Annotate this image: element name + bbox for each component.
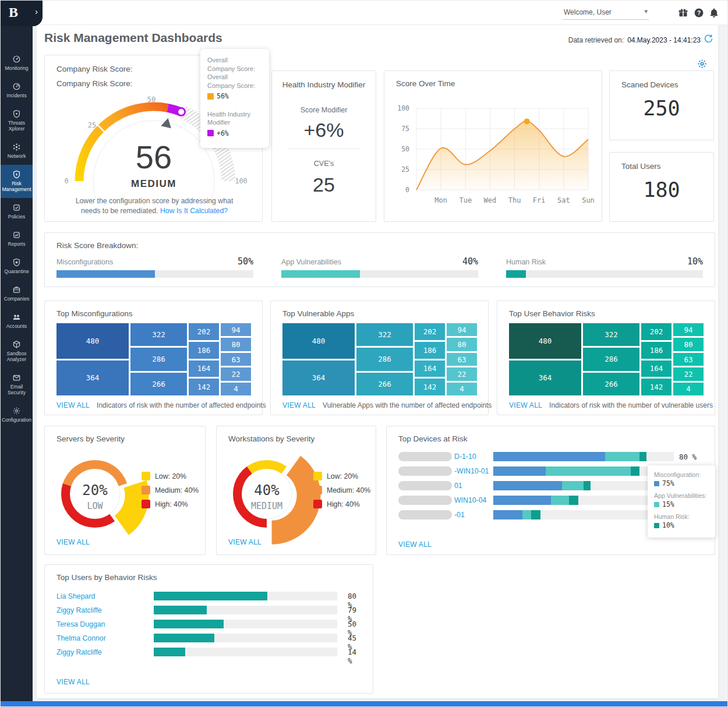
user-link[interactable]: Ziggy Ratcliffe [56,648,102,656]
user-risk-bar[interactable] [154,634,337,642]
device-link[interactable]: WIN10-04 [454,496,486,504]
treemap-cell[interactable]: 63 [673,353,704,366]
gear-icon[interactable] [697,59,707,69]
sidebar-item-companies[interactable]: Companies [1,280,33,307]
treemap-cell[interactable]: 202 [189,323,219,340]
view-all-link[interactable]: VIEW ALL [398,540,432,549]
treemap-cell[interactable]: 286 [356,348,413,370]
device-risk-bar[interactable] [493,481,674,490]
device-risk-bar[interactable] [493,466,674,476]
treemap-cell[interactable]: 266 [356,373,413,395]
treemap-cell[interactable]: 480 [509,323,581,359]
treemap-cell[interactable]: 322 [583,323,639,346]
device-link[interactable]: -01 [454,511,465,519]
user-menu[interactable]: Welcome, User ▾ [563,6,649,20]
sidebar-item-email-security[interactable]: Email Security [1,368,33,401]
treemap-cell[interactable]: 286 [130,348,187,370]
treemap-cell[interactable]: 266 [130,373,187,395]
treemap-cell[interactable]: 22 [221,367,251,380]
treemap-cell[interactable]: 80 [221,338,251,351]
accounts-icon [12,313,21,321]
sidebar-item-incidents[interactable]: Incidents [1,77,33,104]
donut-legend: Low: 20%Medium: 40%High: 40% [142,472,199,514]
treemap-cell[interactable]: 322 [130,323,187,346]
user-link[interactable]: Ziggy Ratcliffe [56,606,102,614]
email-security-icon [12,373,21,382]
treemap-cell[interactable]: 22 [447,367,477,380]
treemap-cell[interactable]: 94 [673,323,704,336]
treemap-cell[interactable]: 4 [221,383,251,395]
device-risk-bar[interactable] [493,496,674,505]
treemap-cell[interactable]: 364 [282,360,355,396]
sidebar-item-threats-xplorer[interactable]: Threats Xplorer [1,104,33,137]
sidebar-item-risk-management[interactable]: Risk Management [1,165,33,198]
bell-icon[interactable] [709,8,719,18]
refresh-icon[interactable] [704,34,713,44]
user-link[interactable]: Teresa Duggan [56,620,105,628]
treemap-cell[interactable]: 142 [415,379,445,395]
device-risk-bar[interactable] [493,510,674,519]
treemap-cell[interactable]: 164 [189,360,219,377]
treemap-cell[interactable]: 202 [641,323,672,340]
device-link[interactable]: 01 [454,482,462,490]
treemap-cell[interactable]: 142 [189,379,219,395]
company-risk-score-title: Company Risk Score: [56,65,133,73]
sidebar-item-sandbox-analyzer[interactable]: Sandbox Analyzer [1,335,33,368]
treemap-cell[interactable]: 186 [641,342,672,359]
treemap-cell[interactable]: 94 [221,323,251,336]
sidebar-item-accounts[interactable]: Accounts [1,307,33,335]
treemap-cell[interactable]: 364 [56,360,129,396]
sidebar-expand-chevron-icon[interactable]: › [35,7,38,16]
treemap-cell[interactable]: 164 [641,360,672,377]
user-risk-bar[interactable] [154,592,337,600]
treemap-cell[interactable]: 266 [583,373,639,395]
treemap-cell[interactable]: 286 [583,348,639,370]
sidebar-item-configuration[interactable]: Configuration [1,401,33,429]
treemap-cell[interactable]: 4 [673,383,704,395]
user-risk-bar[interactable] [154,648,337,656]
treemap-cell[interactable]: 80 [447,338,477,351]
treemap-cell[interactable]: 186 [415,342,445,359]
sidebar-item-quarantine[interactable]: Quarantine [1,253,33,280]
treemap-cell[interactable]: 364 [509,360,581,396]
treemap-cell[interactable]: 80 [673,338,704,351]
user-risk-pct: 14 % [348,648,365,665]
treemap-cell[interactable]: 480 [282,323,355,359]
view-all-link[interactable]: VIEW ALL [509,401,542,409]
breakdown-bar [56,270,253,278]
treemap-cell[interactable]: 142 [641,379,672,395]
view-all-link[interactable]: VIEW ALL [56,538,90,546]
treemap-cell[interactable]: 202 [415,323,445,340]
gift-icon[interactable] [678,8,688,18]
user-link[interactable]: Lia Shepard [56,592,95,600]
device-link[interactable]: -WIN10-01 [454,467,489,475]
treemap-cell[interactable]: 63 [221,353,251,366]
score-modifier-label: Score Modifier [272,106,376,114]
how-calculated-link[interactable]: How Is It Calculated? [160,207,228,215]
view-all-link[interactable]: VIEW ALL [228,538,261,546]
view-all-link[interactable]: VIEW ALL [56,678,90,686]
device-risk-bar[interactable] [493,452,674,461]
treemap-cell[interactable]: 63 [447,353,477,366]
treemap-cell[interactable]: 480 [56,323,129,359]
view-all-link[interactable]: VIEW ALL [282,401,316,409]
sidebar-item-network[interactable]: Network [1,137,33,165]
user-link[interactable]: Thelma Connor [56,634,106,642]
treemap-cell[interactable]: 186 [189,342,219,359]
treemap-cell[interactable]: 4 [447,383,477,395]
sidebar: MonitoringIncidentsThreats XplorerNetwor… [1,1,33,707]
sidebar-item-reports[interactable]: Reports [1,225,33,253]
sidebar-item-monitoring[interactable]: Monitoring [1,50,33,77]
monitoring-icon [12,55,21,63]
treemap-cell[interactable]: 164 [415,360,445,377]
sandbox-analyzer-icon [12,340,21,349]
view-all-link[interactable]: VIEW ALL [56,401,90,409]
user-risk-bar[interactable] [154,620,337,628]
help-icon[interactable]: ? [694,8,704,18]
treemap-cell[interactable]: 22 [673,367,704,380]
treemap-cell[interactable]: 322 [356,323,413,346]
sidebar-item-policies[interactable]: Policies [1,198,33,225]
treemap-cell[interactable]: 94 [447,323,477,336]
device-link[interactable]: D-1-10 [454,453,476,461]
user-risk-bar[interactable] [154,606,337,614]
